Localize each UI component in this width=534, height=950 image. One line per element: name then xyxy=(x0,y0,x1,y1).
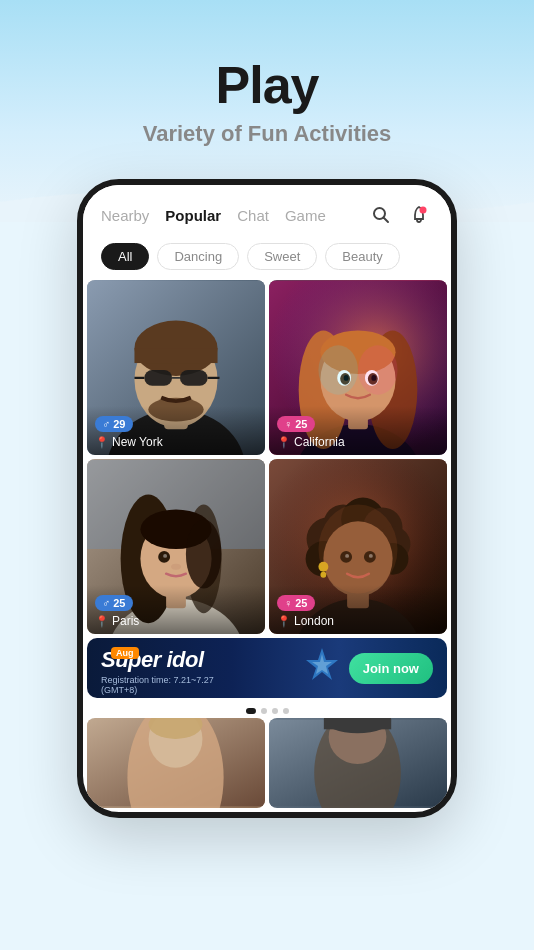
svg-rect-8 xyxy=(134,348,217,363)
bell-icon[interactable] xyxy=(405,201,433,229)
card-3-bottom: ♂ 25 📍 Paris xyxy=(87,585,265,634)
card-3-location: 📍 Paris xyxy=(95,614,257,628)
card-2-badge: ♀ 25 xyxy=(277,416,315,432)
nav-icons xyxy=(367,201,433,229)
bottom-card-2[interactable] xyxy=(269,718,447,808)
dot-4 xyxy=(283,708,289,714)
card-4-location: 📍 London xyxy=(277,614,439,628)
nav-game[interactable]: Game xyxy=(285,207,326,224)
nav-popular[interactable]: Popular xyxy=(165,207,221,224)
card-1-bottom: ♂ 29 📍 New York xyxy=(87,406,265,455)
search-icon[interactable] xyxy=(367,201,395,229)
banner-tag: Aug xyxy=(111,647,139,659)
svg-point-61 xyxy=(318,504,397,593)
svg-line-1 xyxy=(384,218,389,223)
phone-frame: Nearby Popular Chat Game xyxy=(77,179,457,818)
bottom-cards xyxy=(83,718,451,812)
svg-point-2 xyxy=(420,207,427,214)
card-2-location: 📍 California xyxy=(277,435,439,449)
card-4-badge: ♀ 25 xyxy=(277,595,315,611)
user-card-3[interactable]: ♂ 25 📍 Paris xyxy=(87,459,265,634)
bottom-card-1[interactable] xyxy=(87,718,265,808)
banner-subtitle: Registration time: 7.21~7.27(GMT+8) xyxy=(101,675,214,695)
dot-3 xyxy=(272,708,278,714)
banner-join-button[interactable]: Join now xyxy=(349,653,433,684)
filter-all[interactable]: All xyxy=(101,243,149,270)
svg-point-42 xyxy=(171,564,181,570)
dot-1 xyxy=(246,708,256,714)
dot-2 xyxy=(261,708,267,714)
card-3-badge: ♂ 25 xyxy=(95,595,133,611)
event-banner[interactable]: Aug Super idol Registration time: 7.21~7… xyxy=(87,638,447,698)
photo-grid: ♂ 29 📍 New York xyxy=(83,280,451,634)
banner-dots xyxy=(83,702,451,718)
card-2-bottom: ♀ 25 📍 California xyxy=(269,406,447,455)
svg-rect-72 xyxy=(324,720,391,730)
svg-point-41 xyxy=(163,554,167,558)
filter-chips: All Dancing Sweet Beauty xyxy=(83,237,451,280)
svg-rect-9 xyxy=(144,370,172,386)
svg-point-39 xyxy=(186,519,222,588)
svg-point-29 xyxy=(318,345,358,394)
filter-beauty[interactable]: Beauty xyxy=(325,243,399,270)
user-card-4[interactable]: ♀ 25 📍 London xyxy=(269,459,447,634)
hero-title: Play xyxy=(216,55,319,115)
user-card-2[interactable]: ♀ 25 📍 California xyxy=(269,280,447,455)
filter-dancing[interactable]: Dancing xyxy=(157,243,239,270)
nav-nearby[interactable]: Nearby xyxy=(101,207,149,224)
svg-point-30 xyxy=(358,345,398,394)
card-1-badge: ♂ 29 xyxy=(95,416,133,432)
card-1-location: 📍 New York xyxy=(95,435,257,449)
nav-chat[interactable]: Chat xyxy=(237,207,269,224)
card-4-bottom: ♀ 25 📍 London xyxy=(269,585,447,634)
hero-subtitle: Variety of Fun Activities xyxy=(143,121,392,147)
svg-rect-10 xyxy=(180,370,208,386)
phone-nav: Nearby Popular Chat Game xyxy=(83,185,451,237)
user-card-1[interactable]: ♂ 29 📍 New York xyxy=(87,280,265,455)
filter-sweet[interactable]: Sweet xyxy=(247,243,317,270)
